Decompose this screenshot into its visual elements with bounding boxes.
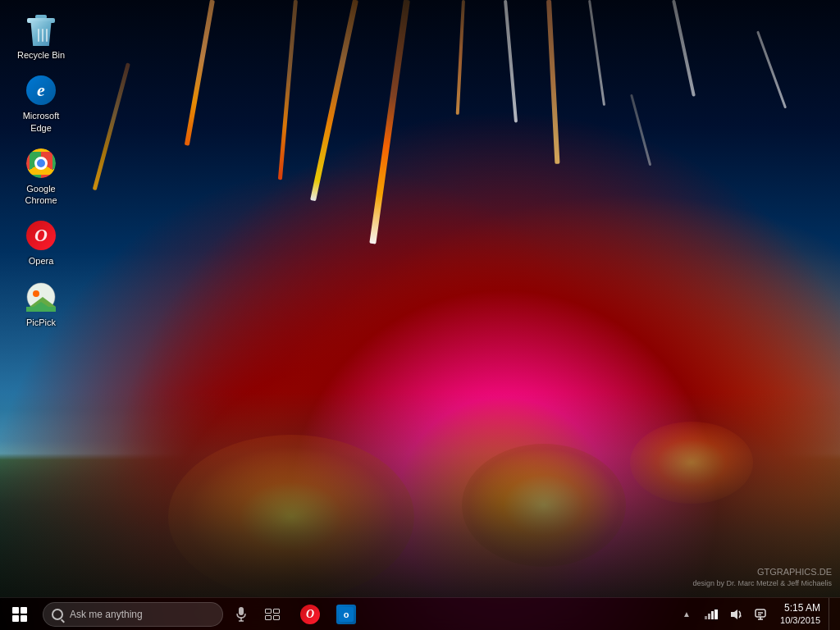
- desktop: GTGRAPHICS.DE design by Dr. Marc Metzel …: [0, 0, 840, 630]
- svg-rect-12: [711, 611, 714, 619]
- opera-icon: O: [25, 219, 57, 252]
- volume-icon: ×: [729, 609, 742, 620]
- search-bar[interactable]: Ask me anything: [43, 602, 223, 627]
- watermark: GTGRAPHICS.DE design by Dr. Marc Metzel …: [693, 566, 832, 589]
- chevron-up-icon: ▲: [682, 609, 691, 619]
- meteor-12: [630, 94, 651, 167]
- desktop-icons-container: Recycle Bin e Microsoft Edge Google Chro…: [0, 0, 82, 345]
- clock-date: 10/3/2015: [780, 614, 820, 626]
- meteor-11: [546, 0, 559, 164]
- network-icon: [705, 609, 718, 619]
- svg-rect-13: [714, 609, 718, 619]
- meteor-1: [185, 0, 215, 146]
- desktop-icon-edge[interactable]: e Microsoft Edge: [8, 69, 74, 139]
- windows-logo-icon: [12, 607, 27, 622]
- cortana-icon: [52, 609, 63, 620]
- volume-button[interactable]: ×: [724, 598, 747, 631]
- svg-text:×: ×: [739, 614, 742, 619]
- meteor-6: [672, 0, 696, 97]
- svg-rect-5: [239, 607, 244, 615]
- microphone-button[interactable]: [226, 598, 256, 631]
- tray-show-hidden-button[interactable]: ▲: [675, 598, 698, 631]
- taskbar-opera-button[interactable]: O: [292, 598, 328, 631]
- chrome-icon: [25, 147, 57, 180]
- meteor-9: [310, 0, 358, 201]
- action-center-icon: [755, 609, 766, 620]
- action-center-button[interactable]: [749, 598, 772, 631]
- opera-label: Opera: [29, 255, 54, 267]
- desktop-icon-picpick[interactable]: PicPick: [8, 276, 74, 333]
- taskbar: Ask me anything O: [0, 597, 840, 630]
- meteor-7: [92, 62, 130, 190]
- task-view-icon: [265, 609, 280, 620]
- svg-marker-14: [731, 609, 737, 619]
- edge-icon: e: [25, 74, 57, 107]
- svg-rect-4: [26, 307, 56, 312]
- meteor-4: [504, 0, 518, 123]
- show-desktop-button[interactable]: [829, 598, 833, 631]
- search-placeholder-text: Ask me anything: [70, 609, 143, 620]
- task-view-button[interactable]: [256, 598, 289, 631]
- clock-time: 5:15 AM: [784, 602, 820, 615]
- taskbar-pinned-apps: O o: [292, 598, 364, 631]
- chrome-label: Google Chrome: [11, 183, 71, 207]
- svg-point-1: [33, 290, 39, 297]
- clock[interactable]: 5:15 AM 10/3/2015: [774, 602, 827, 627]
- svg-text:o: o: [344, 609, 349, 619]
- system-tray: ▲ ×: [675, 598, 840, 631]
- meteor-10: [456, 0, 465, 115]
- desktop-icon-opera[interactable]: O Opera: [8, 214, 74, 272]
- watermark-line2: design by Dr. Marc Metzel & Jeff Michael…: [693, 578, 832, 589]
- network-button[interactable]: [700, 598, 723, 631]
- start-button[interactable]: [0, 598, 39, 631]
- meteor-3: [369, 0, 410, 244]
- desktop-icon-recycle-bin[interactable]: Recycle Bin: [8, 8, 74, 66]
- picpick-icon: [25, 281, 57, 313]
- recycle-bin-icon: [25, 13, 57, 46]
- taskbar-office-icon: o: [336, 605, 356, 624]
- taskbar-opera-icon: O: [300, 605, 320, 624]
- watermark-line1: GTGRAPHICS.DE: [693, 566, 832, 578]
- edge-label: Microsoft Edge: [11, 110, 71, 134]
- recycle-bin-label: Recycle Bin: [17, 49, 65, 61]
- meteor-8: [756, 31, 787, 109]
- meteor-5: [588, 0, 605, 106]
- svg-rect-11: [708, 614, 710, 619]
- microphone-icon: [236, 607, 246, 622]
- svg-rect-10: [705, 616, 707, 619]
- meteor-2: [278, 0, 298, 180]
- desktop-icon-chrome[interactable]: Google Chrome: [8, 142, 74, 212]
- taskbar-office-button[interactable]: o: [328, 598, 364, 631]
- picpick-label: PicPick: [26, 317, 56, 328]
